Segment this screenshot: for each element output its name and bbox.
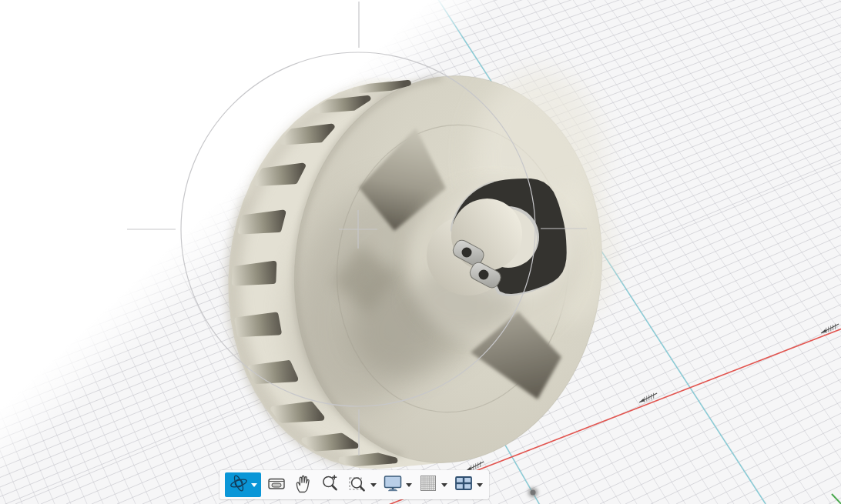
navigation-toolbar bbox=[219, 470, 489, 499]
display-settings-dropdown-caret[interactable] bbox=[406, 483, 412, 487]
cursor-dot-core bbox=[531, 490, 536, 496]
grid-and-snaps-icon bbox=[417, 472, 439, 497]
grid-and-snaps-button[interactable] bbox=[417, 473, 440, 496]
look-at-icon bbox=[266, 472, 287, 497]
viewports-dropdown-caret[interactable] bbox=[477, 483, 483, 487]
orbit-overlay bbox=[0, 0, 841, 504]
axis-arrow-mark bbox=[638, 392, 658, 404]
zoom-icon bbox=[320, 472, 341, 497]
3d-viewport[interactable] bbox=[0, 0, 841, 504]
look-at-tool-button[interactable] bbox=[265, 473, 288, 496]
axis-arrow-mark bbox=[819, 322, 840, 335]
viewports-button[interactable] bbox=[452, 473, 475, 496]
zoom-window-dropdown-caret[interactable] bbox=[370, 483, 377, 487]
orbit-dropdown-caret[interactable] bbox=[251, 483, 257, 487]
pan-tool-button[interactable] bbox=[292, 473, 315, 496]
zoom-tool-button[interactable] bbox=[319, 473, 342, 496]
display-settings-button[interactable] bbox=[381, 473, 404, 496]
viewports-icon bbox=[453, 472, 474, 497]
zoom-window-fit-tool-button[interactable] bbox=[346, 473, 369, 496]
zoom-window-fit-icon bbox=[347, 472, 368, 497]
pan-hand-icon bbox=[293, 472, 314, 497]
orbit-icon bbox=[229, 473, 249, 496]
display-settings-icon bbox=[382, 472, 404, 497]
grid-dropdown-caret[interactable] bbox=[441, 483, 447, 487]
orbit-rig bbox=[127, 2, 587, 456]
orbit-tool-button[interactable] bbox=[225, 472, 261, 497]
